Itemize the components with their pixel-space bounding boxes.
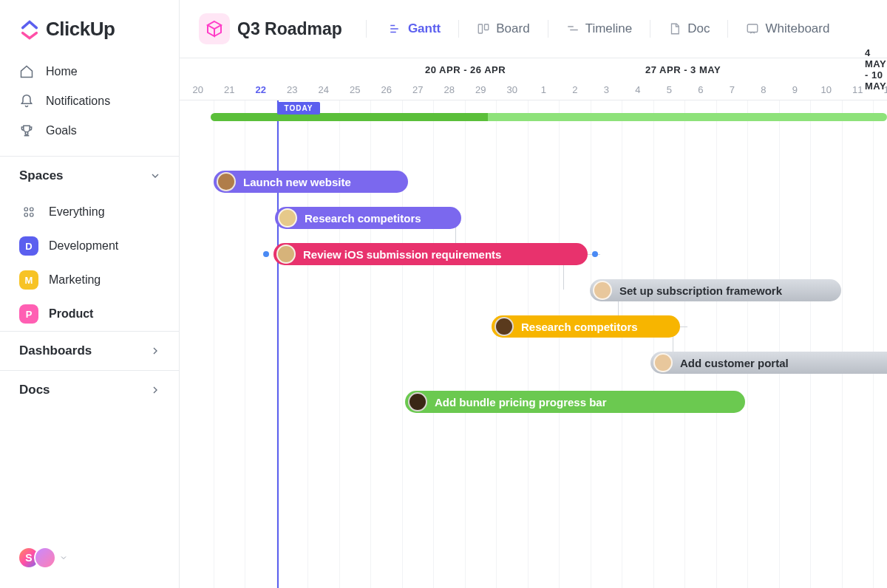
view-board[interactable]: Board bbox=[466, 16, 540, 42]
clickup-logo-icon bbox=[19, 19, 40, 40]
view-whiteboard[interactable]: Whiteboard bbox=[735, 16, 840, 42]
day-cell[interactable]: 9 bbox=[780, 81, 812, 100]
grid-column bbox=[529, 100, 560, 588]
nav-notifications-label: Notifications bbox=[46, 95, 110, 108]
view-doc-label: Doc bbox=[687, 21, 710, 36]
task-label: Launch new website bbox=[243, 176, 351, 188]
gantt-icon bbox=[389, 22, 402, 35]
assignee-avatar bbox=[217, 172, 236, 191]
day-cell[interactable]: 4 bbox=[622, 81, 654, 100]
space-everything-label: Everything bbox=[49, 205, 105, 219]
grid-column bbox=[748, 100, 780, 588]
task-label: Review iOS submission requirements bbox=[303, 248, 501, 261]
grid-column bbox=[622, 100, 654, 588]
whiteboard-icon bbox=[746, 22, 759, 35]
day-cell[interactable]: 10 bbox=[811, 81, 843, 100]
task-label: Research competitors bbox=[521, 321, 638, 333]
chevron-down-icon bbox=[149, 170, 161, 182]
day-cell[interactable]: 8 bbox=[748, 81, 780, 100]
views: Gantt Board Timeline Doc bbox=[378, 16, 840, 42]
task-label: Set up subscription framework bbox=[619, 284, 782, 297]
task-label: Research competitors bbox=[305, 212, 421, 225]
chevron-right-icon bbox=[149, 384, 161, 396]
grid-column bbox=[591, 100, 623, 588]
day-cell[interactable]: 28 bbox=[434, 81, 466, 100]
day-cell[interactable]: 5 bbox=[654, 81, 686, 100]
task-bar[interactable]: Add bundle pricing progress bar bbox=[405, 391, 745, 413]
task-label: Add customer portal bbox=[680, 357, 789, 369]
user-menu[interactable]: S bbox=[0, 535, 179, 588]
task-bar[interactable]: Research competitors bbox=[492, 315, 680, 338]
day-cell[interactable]: 3 bbox=[591, 81, 623, 100]
svg-rect-6 bbox=[748, 24, 758, 33]
day-cell[interactable]: 1 bbox=[529, 81, 560, 100]
task-bar[interactable]: Research competitors bbox=[275, 207, 461, 229]
nav-home[interactable]: Home bbox=[0, 57, 179, 86]
task-bar[interactable]: Review iOS submission requirements bbox=[273, 243, 588, 265]
day-cell[interactable]: 22 bbox=[245, 81, 277, 100]
sidebar: ClickUp Home Notifications Goals Spaces bbox=[0, 0, 180, 588]
day-cell[interactable]: 25 bbox=[340, 81, 372, 100]
assignee-avatar bbox=[408, 392, 427, 411]
view-whiteboard-label: Whiteboard bbox=[765, 21, 829, 36]
trophy-icon bbox=[19, 123, 34, 138]
grid-column bbox=[780, 100, 812, 588]
day-cell[interactable]: 7 bbox=[717, 81, 749, 100]
view-doc[interactable]: Doc bbox=[658, 16, 720, 42]
milestone-dot[interactable] bbox=[592, 251, 598, 257]
space-icon: D bbox=[19, 236, 38, 256]
day-cell[interactable]: 23 bbox=[277, 81, 309, 100]
day-cell[interactable]: 27 bbox=[403, 81, 435, 100]
assignee-avatar bbox=[278, 208, 297, 228]
task-bar[interactable]: Set up subscription framework bbox=[590, 279, 841, 301]
day-cell[interactable]: 21 bbox=[214, 81, 246, 100]
day-cell[interactable]: 6 bbox=[685, 81, 717, 100]
separator bbox=[366, 20, 367, 38]
nav-goals[interactable]: Goals bbox=[0, 116, 179, 146]
avatar-stack: S bbox=[18, 547, 50, 569]
svg-point-2 bbox=[24, 213, 28, 217]
day-cell[interactable]: 2 bbox=[560, 81, 591, 100]
space-label: Marketing bbox=[49, 273, 101, 287]
logo[interactable]: ClickUp bbox=[0, 0, 179, 54]
spaces-header[interactable]: Spaces bbox=[0, 156, 179, 195]
grid-column bbox=[874, 100, 887, 588]
space-item-marketing[interactable]: MMarketing bbox=[0, 263, 179, 297]
week-label: 4 MAY - 10 MAY bbox=[865, 47, 887, 92]
grid-column bbox=[466, 100, 497, 588]
main: Q3 Roadmap Gantt Board Timeline bbox=[180, 0, 887, 588]
docs-header[interactable]: Docs bbox=[0, 370, 179, 409]
user-avatar-2 bbox=[34, 547, 56, 569]
chevron-down-icon bbox=[59, 553, 68, 562]
milestone-dot[interactable] bbox=[263, 251, 269, 257]
day-cell[interactable]: 29 bbox=[466, 81, 497, 100]
task-bar[interactable]: Launch new website bbox=[214, 171, 408, 193]
page-icon[interactable] bbox=[199, 13, 230, 44]
space-label: Development bbox=[49, 239, 118, 253]
view-gantt[interactable]: Gantt bbox=[378, 16, 451, 42]
docs-header-label: Docs bbox=[19, 383, 50, 397]
day-cell[interactable]: 30 bbox=[497, 81, 529, 100]
board-icon bbox=[477, 22, 490, 35]
spaces-header-label: Spaces bbox=[19, 168, 64, 183]
space-item-product[interactable]: PProduct bbox=[0, 297, 179, 331]
separator bbox=[458, 20, 459, 38]
task-bar[interactable]: Add customer portal bbox=[650, 352, 887, 374]
space-item-development[interactable]: DDevelopment bbox=[0, 229, 179, 263]
nav-notifications[interactable]: Notifications bbox=[0, 86, 179, 116]
view-timeline[interactable]: Timeline bbox=[556, 16, 643, 42]
doc-icon bbox=[668, 22, 682, 35]
topbar: Q3 Roadmap Gantt Board Timeline bbox=[180, 0, 887, 58]
day-cell[interactable]: 24 bbox=[308, 81, 340, 100]
dashboards-header[interactable]: Dashboards bbox=[0, 331, 179, 370]
task-label: Add bundle pricing progress bar bbox=[435, 396, 607, 408]
cube-icon bbox=[205, 20, 223, 38]
svg-point-0 bbox=[24, 208, 28, 211]
space-everything[interactable]: Everything bbox=[0, 195, 179, 229]
day-cell[interactable]: 26 bbox=[371, 81, 403, 100]
day-cell[interactable]: 20 bbox=[183, 81, 214, 100]
gantt-chart[interactable]: TODAY Launch new websiteResearch competi… bbox=[180, 100, 887, 588]
svg-rect-4 bbox=[479, 24, 483, 33]
page-title: Q3 Roadmap bbox=[237, 19, 342, 39]
view-gantt-label: Gantt bbox=[408, 21, 441, 36]
